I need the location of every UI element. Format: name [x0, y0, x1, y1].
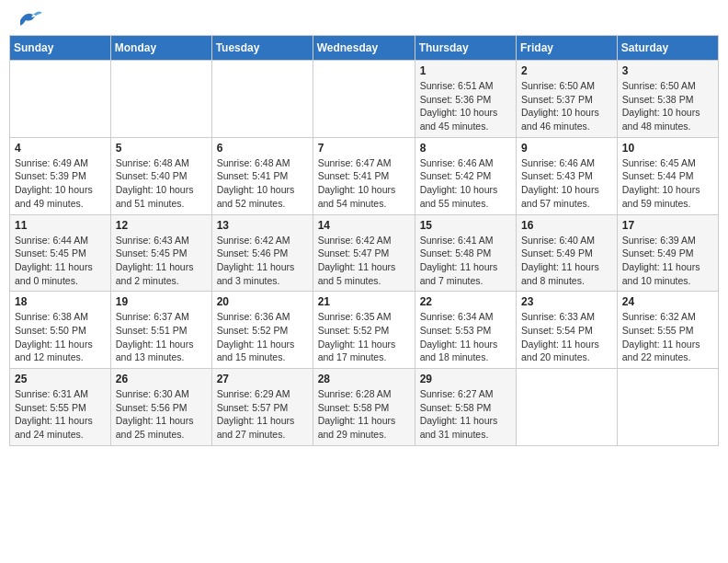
- day-info: Sunrise: 6:31 AMSunset: 5:55 PMDaylight:…: [15, 387, 106, 442]
- day-info: Sunrise: 6:29 AMSunset: 5:57 PMDaylight:…: [217, 387, 308, 442]
- day-info: Sunrise: 6:43 AMSunset: 5:45 PMDaylight:…: [116, 234, 207, 288]
- day-number: 10: [622, 142, 713, 155]
- day-info: Sunrise: 6:46 AMSunset: 5:42 PMDaylight:…: [420, 156, 511, 211]
- day-info: Sunrise: 6:50 AMSunset: 5:37 PMDaylight:…: [521, 79, 612, 133]
- day-info: Sunrise: 6:45 AMSunset: 5:44 PMDaylight:…: [622, 156, 713, 211]
- day-number: 14: [318, 219, 410, 232]
- calendar-cell: 20Sunrise: 6:36 AMSunset: 5:52 PMDayligh…: [211, 292, 313, 369]
- day-info: Sunrise: 6:48 AMSunset: 5:41 PMDaylight:…: [217, 156, 308, 211]
- day-of-week-thursday: Thursday: [415, 36, 516, 61]
- day-number: 6: [217, 142, 308, 155]
- day-info: Sunrise: 6:28 AMSunset: 5:58 PMDaylight:…: [318, 387, 410, 442]
- calendar-cell: 9Sunrise: 6:46 AMSunset: 5:43 PMDaylight…: [517, 137, 618, 214]
- day-number: 12: [116, 219, 207, 232]
- calendar-cell: 6Sunrise: 6:48 AMSunset: 5:41 PMDaylight…: [211, 137, 313, 214]
- day-number: 27: [217, 373, 308, 385]
- day-info: Sunrise: 6:41 AMSunset: 5:48 PMDaylight:…: [420, 234, 511, 288]
- calendar-cell: 13Sunrise: 6:42 AMSunset: 5:46 PMDayligh…: [211, 214, 313, 292]
- calendar-cell: [313, 61, 415, 138]
- day-info: Sunrise: 6:39 AMSunset: 5:49 PMDaylight:…: [622, 234, 713, 288]
- day-info: Sunrise: 6:44 AMSunset: 5:45 PMDaylight:…: [15, 234, 106, 288]
- day-number: 23: [521, 295, 612, 308]
- day-info: Sunrise: 6:38 AMSunset: 5:50 PMDaylight:…: [15, 310, 106, 364]
- calendar-cell: 7Sunrise: 6:47 AMSunset: 5:41 PMDaylight…: [313, 137, 415, 214]
- calendar-cell: 11Sunrise: 6:44 AMSunset: 5:45 PMDayligh…: [10, 214, 111, 292]
- day-info: Sunrise: 6:46 AMSunset: 5:43 PMDaylight:…: [521, 156, 612, 211]
- calendar-cell: 14Sunrise: 6:42 AMSunset: 5:47 PMDayligh…: [313, 214, 415, 292]
- calendar-header: SundayMondayTuesdayWednesdayThursdayFrid…: [10, 36, 719, 61]
- day-of-week-friday: Friday: [517, 36, 618, 61]
- day-number: 18: [15, 295, 106, 308]
- calendar-cell: 28Sunrise: 6:28 AMSunset: 5:58 PMDayligh…: [313, 369, 415, 446]
- calendar-cell: 23Sunrise: 6:33 AMSunset: 5:54 PMDayligh…: [517, 292, 618, 369]
- day-of-week-saturday: Saturday: [617, 36, 718, 61]
- day-number: 25: [15, 373, 106, 385]
- calendar-cell: 27Sunrise: 6:29 AMSunset: 5:57 PMDayligh…: [211, 369, 313, 446]
- calendar-cell: 8Sunrise: 6:46 AMSunset: 5:42 PMDaylight…: [415, 137, 516, 214]
- day-number: 19: [116, 295, 207, 308]
- day-number: 22: [420, 295, 511, 308]
- day-info: Sunrise: 6:27 AMSunset: 5:58 PMDaylight:…: [420, 387, 511, 442]
- day-info: Sunrise: 6:37 AMSunset: 5:51 PMDaylight:…: [116, 310, 207, 364]
- calendar-cell: [211, 61, 313, 138]
- week-row-4: 18Sunrise: 6:38 AMSunset: 5:50 PMDayligh…: [10, 292, 719, 369]
- calendar-cell: 5Sunrise: 6:48 AMSunset: 5:40 PMDaylight…: [110, 137, 211, 214]
- day-number: 5: [116, 142, 207, 155]
- calendar-cell: 2Sunrise: 6:50 AMSunset: 5:37 PMDaylight…: [517, 61, 618, 138]
- logo-bird-icon: [13, 9, 42, 29]
- day-of-week-tuesday: Tuesday: [211, 36, 313, 61]
- calendar-cell: 18Sunrise: 6:38 AMSunset: 5:50 PMDayligh…: [10, 292, 111, 369]
- day-number: 7: [318, 142, 410, 155]
- day-info: Sunrise: 6:33 AMSunset: 5:54 PMDaylight:…: [521, 310, 612, 364]
- calendar-cell: 29Sunrise: 6:27 AMSunset: 5:58 PMDayligh…: [415, 369, 516, 446]
- day-number: 28: [318, 373, 410, 385]
- day-info: Sunrise: 6:36 AMSunset: 5:52 PMDaylight:…: [217, 310, 308, 364]
- day-info: Sunrise: 6:50 AMSunset: 5:38 PMDaylight:…: [622, 79, 713, 133]
- day-info: Sunrise: 6:32 AMSunset: 5:55 PMDaylight:…: [622, 310, 713, 364]
- calendar-cell: [617, 369, 718, 446]
- day-number: 8: [420, 142, 511, 155]
- calendar-cell: [10, 61, 111, 138]
- day-number: 17: [622, 219, 713, 232]
- calendar-cell: 26Sunrise: 6:30 AMSunset: 5:56 PMDayligh…: [110, 369, 211, 446]
- calendar-cell: 1Sunrise: 6:51 AMSunset: 5:36 PMDaylight…: [415, 61, 516, 138]
- day-number: 26: [116, 373, 207, 385]
- calendar-cell: 17Sunrise: 6:39 AMSunset: 5:49 PMDayligh…: [617, 214, 718, 292]
- day-number: 15: [420, 219, 511, 232]
- day-number: 11: [15, 219, 106, 232]
- day-info: Sunrise: 6:40 AMSunset: 5:49 PMDaylight:…: [521, 234, 612, 288]
- calendar-table: SundayMondayTuesdayWednesdayThursdayFrid…: [9, 35, 719, 446]
- calendar-cell: 24Sunrise: 6:32 AMSunset: 5:55 PMDayligh…: [617, 292, 718, 369]
- day-info: Sunrise: 6:34 AMSunset: 5:53 PMDaylight:…: [420, 310, 511, 364]
- week-row-5: 25Sunrise: 6:31 AMSunset: 5:55 PMDayligh…: [10, 369, 719, 446]
- day-number: 9: [521, 142, 612, 155]
- calendar-body: 1Sunrise: 6:51 AMSunset: 5:36 PMDaylight…: [10, 61, 719, 446]
- day-of-week-sunday: Sunday: [10, 36, 111, 61]
- day-number: 29: [420, 373, 511, 385]
- day-info: Sunrise: 6:30 AMSunset: 5:56 PMDaylight:…: [116, 387, 207, 442]
- calendar-cell: 21Sunrise: 6:35 AMSunset: 5:52 PMDayligh…: [313, 292, 415, 369]
- logo: [9, 9, 42, 29]
- day-number: 13: [217, 219, 308, 232]
- calendar-cell: 3Sunrise: 6:50 AMSunset: 5:38 PMDaylight…: [617, 61, 718, 138]
- day-number: 20: [217, 295, 308, 308]
- calendar-cell: [517, 369, 618, 446]
- page-header: [9, 9, 719, 29]
- day-number: 1: [420, 64, 511, 77]
- day-number: 21: [318, 295, 410, 308]
- day-number: 24: [622, 295, 713, 308]
- calendar-cell: 22Sunrise: 6:34 AMSunset: 5:53 PMDayligh…: [415, 292, 516, 369]
- day-number: 3: [622, 64, 713, 77]
- day-info: Sunrise: 6:47 AMSunset: 5:41 PMDaylight:…: [318, 156, 410, 211]
- day-number: 16: [521, 219, 612, 232]
- calendar-cell: 19Sunrise: 6:37 AMSunset: 5:51 PMDayligh…: [110, 292, 211, 369]
- calendar-cell: 15Sunrise: 6:41 AMSunset: 5:48 PMDayligh…: [415, 214, 516, 292]
- day-info: Sunrise: 6:42 AMSunset: 5:47 PMDaylight:…: [318, 234, 410, 288]
- day-info: Sunrise: 6:48 AMSunset: 5:40 PMDaylight:…: [116, 156, 207, 211]
- day-info: Sunrise: 6:51 AMSunset: 5:36 PMDaylight:…: [420, 79, 511, 133]
- calendar-cell: 25Sunrise: 6:31 AMSunset: 5:55 PMDayligh…: [10, 369, 111, 446]
- day-info: Sunrise: 6:35 AMSunset: 5:52 PMDaylight:…: [318, 310, 410, 364]
- calendar-cell: 4Sunrise: 6:49 AMSunset: 5:39 PMDaylight…: [10, 137, 111, 214]
- day-of-week-wednesday: Wednesday: [313, 36, 415, 61]
- calendar-cell: 10Sunrise: 6:45 AMSunset: 5:44 PMDayligh…: [617, 137, 718, 214]
